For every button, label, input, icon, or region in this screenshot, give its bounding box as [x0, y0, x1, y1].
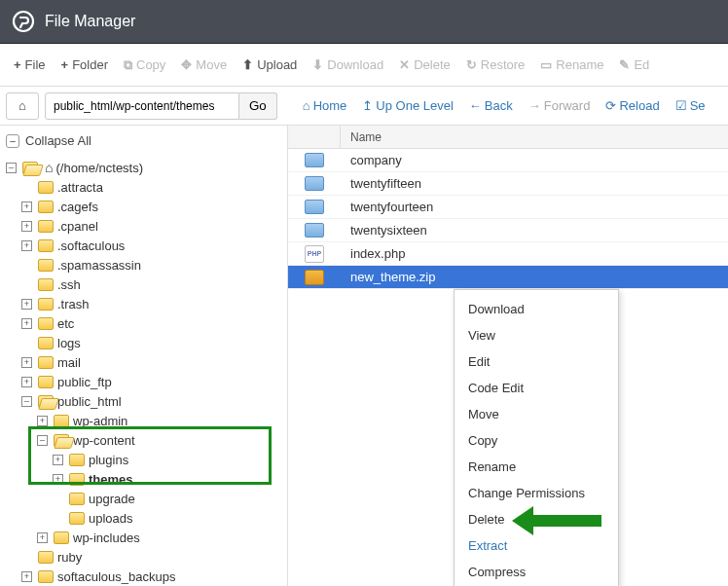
tree-item[interactable]: +mail [6, 352, 281, 372]
tree-item-selected[interactable]: +themes [6, 469, 281, 489]
folder-icon [38, 570, 54, 583]
go-button[interactable]: Go [239, 92, 277, 120]
folder-icon [38, 181, 54, 194]
ctx-view[interactable]: View [455, 322, 618, 348]
folder-icon [38, 259, 54, 272]
copy-button[interactable]: ⧉Copy [116, 52, 173, 79]
folder-icon [305, 153, 324, 167]
path-input[interactable] [45, 92, 239, 120]
folder-icon [54, 415, 69, 427]
folder-icon [38, 356, 54, 369]
file-list: company twentyfifteen twentyfourteen twe… [288, 149, 728, 289]
ctx-extract[interactable]: Extract [455, 532, 618, 559]
annotation-arrow [531, 515, 601, 527]
file-pane: Name company twentyfifteen twentyfourtee… [288, 126, 728, 586]
folder-icon [305, 223, 324, 238]
folder-icon [69, 493, 85, 505]
home-icon: ⌂ [303, 98, 310, 113]
ctx-copy[interactable]: Copy [455, 427, 618, 454]
file-row[interactable]: twentyfifteen [288, 172, 728, 196]
folder-icon [38, 278, 54, 291]
tree-item[interactable]: .spamassassin [6, 255, 281, 275]
edit-button[interactable]: ✎Ed [611, 52, 657, 78]
tree-item[interactable]: +.cpanel [6, 216, 281, 236]
php-icon: PHP [305, 245, 324, 263]
tree-item[interactable]: +.cagefs [6, 197, 281, 216]
tree-item[interactable]: uploads [6, 508, 281, 528]
nav-reload-link[interactable]: ⟳Reload [598, 94, 667, 117]
restore-button[interactable]: ↻Restore [458, 52, 533, 78]
tree-item[interactable]: .attracta [6, 177, 281, 197]
tree-item[interactable]: +.softaculous [6, 236, 281, 255]
nav-select-link[interactable]: ☑Se [668, 94, 713, 117]
move-button[interactable]: ✥Move [173, 52, 235, 78]
folder-icon [38, 395, 54, 408]
file-row[interactable]: twentyfourteen [288, 196, 728, 219]
nav-up-link[interactable]: ↥Up One Level [354, 94, 461, 117]
collapse-all-button[interactable]: – Collapse All [6, 133, 281, 148]
ctx-edit[interactable]: Edit [455, 348, 618, 375]
ctx-compress[interactable]: Compress [455, 559, 618, 585]
ctx-rename[interactable]: Rename [455, 454, 618, 480]
nav-forward-link[interactable]: →Forward [521, 94, 599, 117]
home-button[interactable]: ⌂ [6, 92, 39, 120]
reload-icon: ⟳ [605, 98, 616, 113]
folder-icon [38, 298, 54, 311]
tree-item[interactable]: +wp-includes [6, 528, 281, 547]
file-row[interactable]: twentysixteen [288, 219, 728, 242]
tree-item[interactable]: upgrade [6, 489, 281, 508]
folder-icon [38, 201, 54, 213]
tree-item[interactable]: +softaculous_backups [6, 567, 281, 586]
sidebar-tree: – Collapse All –⌂(/home/nctests) .attrac… [0, 126, 288, 586]
tree-item[interactable]: +public_ftp [6, 372, 281, 391]
file-row[interactable]: PHPindex.php [288, 242, 728, 266]
forward-arrow-icon: → [528, 98, 541, 113]
nav-back-link[interactable]: ←Back [461, 94, 521, 117]
folder-icon [305, 200, 324, 214]
context-menu: Download View Edit Code Edit Move Copy R… [454, 289, 619, 586]
ctx-move[interactable]: Move [455, 401, 618, 427]
rename-button[interactable]: ▭Rename [532, 52, 611, 78]
file-row-selected[interactable]: new_theme.zip [288, 266, 728, 289]
tree-item[interactable]: ruby [6, 547, 281, 567]
tree-item[interactable]: logs [6, 333, 281, 352]
ctx-code-edit[interactable]: Code Edit [455, 375, 618, 401]
folder-icon [305, 176, 324, 191]
delete-button[interactable]: ✕Delete [391, 52, 458, 78]
folder-icon [38, 239, 54, 252]
col-name-header[interactable]: Name [341, 130, 382, 144]
folder-icon [22, 162, 38, 174]
folder-icon [38, 376, 54, 388]
tree-item[interactable]: +etc [6, 313, 281, 333]
home-icon: ⌂ [45, 160, 53, 175]
folder-icon [69, 473, 85, 486]
back-arrow-icon: ← [469, 98, 482, 113]
nav-bar: ⌂ Go ⌂Home ↥Up One Level ←Back →Forward … [0, 87, 728, 126]
tree-item[interactable]: .ssh [6, 275, 281, 294]
tree-root[interactable]: –⌂(/home/nctests) [6, 158, 281, 177]
tree-item[interactable]: +plugins [6, 450, 281, 469]
nav-home-link[interactable]: ⌂Home [295, 94, 355, 117]
upload-button[interactable]: ⬆Upload [235, 52, 305, 78]
download-button[interactable]: ⬇Download [305, 52, 391, 78]
folder-icon [54, 531, 69, 544]
new-folder-button[interactable]: +Folder [54, 52, 116, 78]
folder-icon [38, 317, 54, 330]
app-header: File Manager [0, 0, 728, 44]
ctx-download[interactable]: Download [455, 296, 618, 322]
tree-item[interactable]: –wp-content [6, 430, 281, 450]
file-row[interactable]: company [288, 149, 728, 172]
new-file-button[interactable]: +File [6, 52, 54, 78]
col-icon-header[interactable] [288, 126, 341, 148]
check-icon: ☑ [675, 98, 687, 113]
cpanel-logo-icon [12, 10, 35, 33]
app-title: File Manager [45, 13, 135, 30]
folder-icon [69, 454, 85, 466]
tree-item[interactable]: +.trash [6, 294, 281, 313]
zip-icon [305, 270, 324, 285]
main-toolbar: +File +Folder ⧉Copy ✥Move ⬆Upload ⬇Downl… [0, 44, 728, 87]
tree-item[interactable]: +wp-admin [6, 411, 281, 430]
ctx-permissions[interactable]: Change Permissions [455, 480, 618, 506]
folder-icon [38, 337, 54, 349]
tree-item[interactable]: –public_html [6, 391, 281, 411]
